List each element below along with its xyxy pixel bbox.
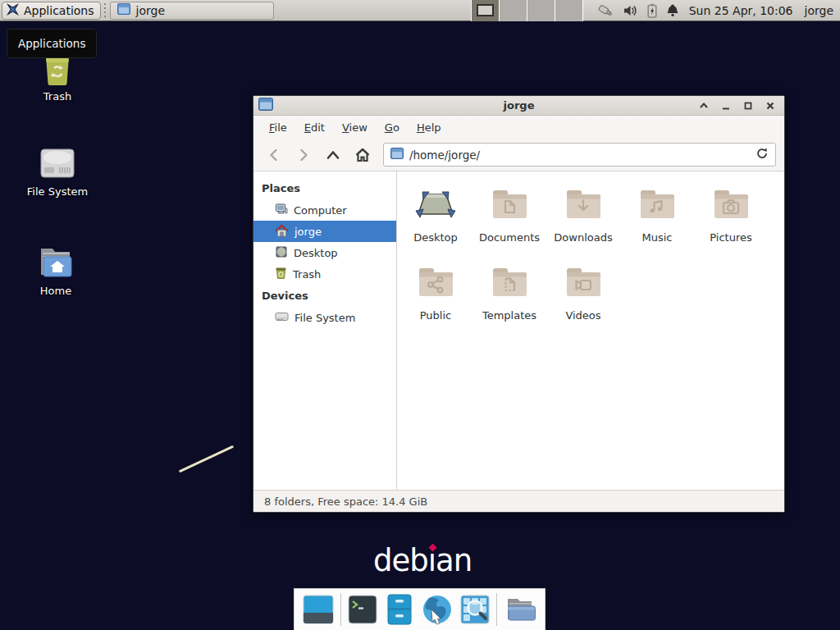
app-finder-launcher[interactable] [459, 592, 491, 627]
home-icon [275, 224, 289, 240]
downloads-folder-icon [564, 185, 603, 227]
sidebar-item-trash[interactable]: Trash [253, 263, 396, 285]
file-manager-launcher[interactable] [384, 592, 415, 627]
battery-icon[interactable] [647, 3, 657, 18]
folder-item-label: Documents [479, 231, 540, 244]
panel-right-group: Sun 25 Apr, 10:06 jorge [471, 0, 840, 21]
sidebar-item-label: File System [294, 312, 355, 324]
desktop-icon [275, 245, 288, 261]
path-bar[interactable]: /home/jorge/ [383, 143, 776, 167]
forward-button[interactable] [291, 144, 316, 167]
desktop-icon-home[interactable]: Home [11, 242, 101, 297]
applications-menu-label: Applications [24, 4, 94, 17]
folder-item-templates[interactable]: Templates [472, 262, 546, 340]
folder-item-label: Downloads [554, 231, 612, 244]
toolbar: /home/jorge/ [253, 139, 784, 171]
desktop-icon-label: Trash [12, 90, 103, 103]
menu-help[interactable]: Help [412, 119, 446, 136]
up-button[interactable] [321, 144, 345, 167]
workspace-cell[interactable] [500, 0, 527, 21]
menu-go[interactable]: Go [380, 119, 404, 136]
workspace-cell[interactable] [527, 0, 555, 21]
path-input[interactable]: /home/jorge/ [409, 148, 750, 162]
folder-item-videos[interactable]: Videos [546, 262, 620, 340]
folder-item-desktop[interactable]: Desktop [399, 185, 472, 262]
desktop-pad-icon [413, 185, 459, 227]
file-manager-window: jorge File Edit View Go Help [253, 95, 785, 513]
folder-icon [117, 3, 130, 17]
menu-view[interactable]: View [337, 119, 372, 136]
trash-icon [275, 267, 287, 282]
notifications-icon[interactable] [666, 3, 679, 17]
taskbar-window-label: jorge [136, 4, 165, 17]
back-button[interactable] [262, 144, 286, 167]
taskbar-window-button[interactable]: jorge [110, 2, 274, 20]
brand-text-pre: deb [373, 543, 428, 578]
clock[interactable]: Sun 25 Apr, 10:06 [689, 4, 793, 17]
documents-folder-icon [490, 185, 529, 227]
menubar: File Edit View Go Help [253, 116, 784, 139]
workspace-switcher[interactable] [471, 0, 583, 21]
sidebar-item-jorge[interactable]: jorge [253, 221, 396, 242]
reload-icon[interactable] [756, 147, 769, 163]
home-folder-icon [11, 242, 101, 281]
web-browser-launcher[interactable] [421, 592, 454, 627]
folder-item-public[interactable]: Public [399, 262, 472, 340]
folder-item-music[interactable]: Music [620, 185, 694, 262]
debian-wordmark: debıan [373, 543, 472, 578]
show-desktop-launcher[interactable] [302, 592, 335, 627]
folder-item-label: Pictures [710, 231, 751, 244]
statusbar: 8 folders, Free space: 14.4 GiB [253, 490, 784, 512]
menu-edit[interactable]: Edit [299, 119, 330, 136]
videos-folder-icon [564, 262, 603, 305]
sidebar-item-desktop[interactable]: Desktop [253, 242, 396, 263]
dock-separator [496, 593, 497, 626]
pictures-folder-icon [711, 185, 751, 227]
maximize-button[interactable] [743, 101, 753, 111]
folder-view[interactable]: Desktop Documents [397, 171, 784, 490]
removable-media-icon[interactable] [596, 3, 614, 18]
wallpaper-swoosh-line [179, 445, 234, 473]
folder-launcher[interactable] [503, 592, 537, 627]
terminal-launcher[interactable] [347, 592, 378, 627]
templates-folder-icon [490, 262, 529, 305]
harddisk-icon [12, 144, 103, 182]
folder-item-downloads[interactable]: Downloads [546, 185, 620, 262]
sidebar-places-header: Places [253, 177, 396, 199]
workspace-cell-active[interactable] [472, 0, 500, 21]
desktop-icon-filesystem[interactable]: File System [12, 144, 103, 198]
sidebar-item-label: Desktop [294, 247, 338, 259]
folder-item-documents[interactable]: Documents [472, 185, 546, 262]
sidebar: Places Computer [253, 171, 397, 490]
folder-item-label: Music [642, 231, 673, 244]
workspace-window-thumbnail [477, 4, 494, 16]
top-panel: Applications jorge [0, 0, 840, 21]
computer-icon [275, 203, 288, 218]
sidebar-item-label: Trash [293, 268, 321, 281]
distributor-logo-icon [6, 2, 20, 19]
folder-item-label: Videos [565, 309, 600, 322]
public-folder-icon [416, 262, 455, 305]
applications-tooltip: Applications [7, 29, 97, 58]
status-text: 8 folders, Free space: 14.4 GiB [264, 495, 427, 508]
volume-icon[interactable] [623, 4, 638, 17]
applications-menu-button[interactable]: Applications [2, 2, 101, 20]
window-controls [699, 101, 784, 111]
workspace-cell[interactable] [555, 0, 583, 21]
panel-separator-handle[interactable] [103, 3, 107, 18]
sidebar-item-label: jorge [294, 226, 322, 238]
shade-button[interactable] [699, 101, 709, 111]
close-button[interactable] [765, 101, 775, 111]
menu-file[interactable]: File [264, 119, 292, 136]
folder-item-pictures[interactable]: Pictures [694, 185, 768, 262]
brand-text-post: an [436, 543, 472, 578]
window-titlebar[interactable]: jorge [253, 96, 784, 116]
folder-item-label: Desktop [413, 231, 458, 244]
sidebar-devices-header: Devices [253, 285, 396, 307]
sidebar-item-computer[interactable]: Computer [253, 199, 396, 221]
drive-icon [275, 311, 289, 325]
minimize-button[interactable] [721, 101, 731, 111]
home-button[interactable] [350, 144, 375, 167]
sidebar-item-filesystem[interactable]: File System [253, 307, 396, 328]
user-menu[interactable]: jorge [805, 4, 833, 17]
